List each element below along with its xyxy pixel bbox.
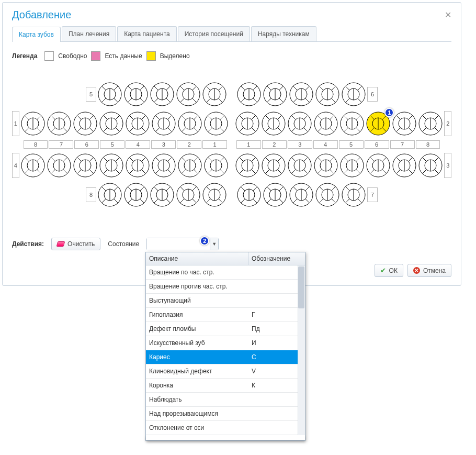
tooth[interactable] [73, 111, 98, 136]
eraser-icon [56, 241, 65, 247]
tooth[interactable] [261, 111, 286, 136]
close-icon[interactable]: ✕ [445, 10, 451, 20]
legend-hasdata-label: Есть данные [105, 52, 142, 60]
tooth[interactable] [47, 153, 72, 178]
tooth-number: 4 [313, 140, 338, 149]
tooth[interactable] [235, 153, 260, 178]
dropdown-scrollbar[interactable] [298, 265, 305, 288]
state-dropdown[interactable]: Описание Обозначение Вращение по час. ст… [145, 252, 305, 288]
chevron-down-icon[interactable]: ▼ [210, 238, 218, 250]
tooth[interactable] [339, 111, 365, 136]
tooth[interactable] [313, 111, 338, 136]
tooth-number: 6 [365, 140, 389, 149]
tooth[interactable] [20, 111, 46, 136]
tooth[interactable] [366, 153, 391, 178]
dialog: Добавление ✕ Карта зубовПлан леченияКарт… [2, 2, 461, 286]
tooth-number: 7 [49, 140, 73, 149]
tooth[interactable] [235, 111, 260, 136]
row-deciduous-lower: 8 [12, 182, 451, 207]
tooth-number: 1 [236, 140, 261, 149]
dropdown-row[interactable]: Вращение по час. стр. [146, 265, 305, 280]
tooth[interactable] [97, 182, 122, 207]
tooth[interactable] [125, 153, 150, 178]
tooth[interactable] [150, 82, 175, 107]
tooth[interactable] [313, 153, 338, 178]
clear-button[interactable]: Очистить [51, 238, 100, 250]
row-deciduous-upper: 5 [12, 82, 451, 107]
tooth[interactable]: 1 [366, 111, 391, 136]
tooth-number: 8 [416, 140, 440, 149]
tooth[interactable] [176, 182, 201, 207]
tooth[interactable] [176, 82, 201, 107]
tooth-number: 5 [339, 140, 364, 149]
tooth[interactable] [339, 153, 365, 178]
row-permanent-lower: 4 [12, 153, 451, 178]
tab-0[interactable]: Карта зубов [12, 27, 61, 42]
dropdown-header: Описание Обозначение [146, 252, 305, 265]
quadrant-label: 6 [367, 87, 378, 102]
legend: Легенда Свободно Есть данные Выделено [12, 42, 451, 66]
tooth[interactable] [151, 153, 176, 178]
tooth[interactable] [202, 82, 227, 107]
tooth[interactable] [99, 111, 124, 136]
tooth[interactable] [151, 111, 176, 136]
tooth[interactable] [287, 111, 312, 136]
legend-title: Легенда [12, 52, 37, 60]
tooth[interactable] [287, 153, 312, 178]
tooth[interactable] [261, 153, 286, 178]
clear-button-label: Очистить [67, 240, 95, 248]
cancel-button-label: Отмена [423, 267, 446, 274]
tab-2[interactable]: Карта пациента [117, 26, 177, 41]
dropdown-col-desc: Описание [146, 252, 248, 265]
tooth[interactable] [177, 111, 202, 136]
tooth[interactable] [236, 182, 262, 207]
tooth[interactable] [263, 182, 288, 207]
quadrant-label: 5 [86, 87, 96, 102]
tooth[interactable] [97, 82, 122, 107]
tooth[interactable] [99, 153, 124, 178]
tab-3[interactable]: История посещений [178, 26, 250, 41]
tooth[interactable] [236, 82, 262, 107]
tooth[interactable] [315, 82, 340, 107]
tooth[interactable] [263, 82, 288, 107]
tooth[interactable] [289, 82, 314, 107]
legend-free-label: Свободно [58, 52, 87, 60]
tooth[interactable] [392, 153, 417, 178]
tooth[interactable] [20, 153, 46, 178]
state-combo[interactable]: ▼ 2 [146, 238, 219, 250]
dropdown-cell-code [248, 265, 305, 279]
dropdown-scroll-thumb[interactable] [298, 267, 304, 288]
check-icon: ✔ [380, 267, 386, 274]
quadrant-label: 3 [444, 153, 451, 178]
tooth[interactable] [341, 182, 366, 207]
tooth[interactable] [123, 82, 149, 107]
tooth-number: 6 [74, 140, 99, 149]
dropdown-row[interactable]: Вращение против час. стр. [146, 280, 305, 288]
ok-button[interactable]: ✔ ОК [375, 264, 403, 277]
tooth[interactable] [341, 82, 366, 107]
tab-1[interactable]: План лечения [62, 26, 116, 41]
dialog-title: Добавление [12, 9, 71, 21]
tooth[interactable] [177, 153, 202, 178]
tooth-number: 1 [202, 140, 227, 149]
tooth[interactable] [123, 182, 149, 207]
tooth[interactable] [150, 182, 175, 207]
tooth[interactable] [418, 111, 443, 136]
quadrant-label: 1 [12, 111, 19, 136]
tooth[interactable] [125, 111, 150, 136]
tooth[interactable] [418, 153, 443, 178]
tooth[interactable] [73, 153, 98, 178]
tooth[interactable] [203, 153, 229, 178]
tooth-number: 8 [24, 140, 48, 149]
tooth[interactable] [47, 111, 72, 136]
tooth[interactable] [289, 182, 314, 207]
tooth[interactable] [315, 182, 340, 207]
tooth-number: 4 [126, 140, 150, 149]
tab-bar: Карта зубовПлан леченияКарта пациентаИст… [12, 26, 451, 42]
cancel-button[interactable]: ✕ Отмена [407, 264, 451, 277]
tooth[interactable] [203, 111, 229, 136]
tooth[interactable] [202, 182, 227, 207]
tab-4[interactable]: Наряды техникам [251, 26, 316, 41]
dropdown-body: Вращение по час. стр.Вращение против час… [146, 265, 305, 288]
tooth[interactable] [392, 111, 417, 136]
